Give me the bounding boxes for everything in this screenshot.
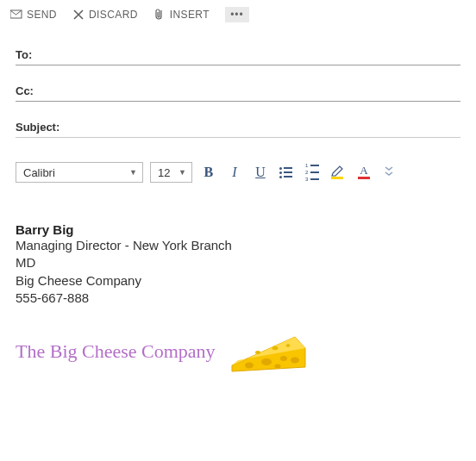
to-row: To:: [16, 38, 460, 65]
cc-row: Cc:: [16, 74, 460, 102]
highlight-icon: [330, 165, 346, 180]
to-input[interactable]: [67, 47, 460, 61]
svg-point-3: [280, 356, 287, 361]
bullet-list-button[interactable]: [277, 163, 296, 182]
subject-row: Subject:: [16, 110, 460, 138]
numbered-list-button[interactable]: 1 2 3: [303, 163, 322, 182]
signature-phone: 555-667-888: [16, 290, 460, 307]
bullet-list-icon: [279, 167, 292, 178]
signature-role: MD: [16, 254, 460, 271]
compose-toolbar: SEND DISCARD INSERT •••: [0, 7, 476, 31]
insert-label: INSERT: [170, 9, 210, 21]
send-button[interactable]: SEND: [10, 9, 57, 21]
signature-company: Big Cheese Company: [16, 272, 460, 290]
discard-button[interactable]: DISCARD: [72, 9, 138, 21]
chevron-down-icon: ▼: [129, 168, 137, 177]
svg-point-2: [261, 358, 272, 365]
signature-logo: The Big Cheese Company: [16, 324, 460, 379]
svg-point-1: [245, 363, 254, 369]
signature-title: Managing Director - New York Branch: [16, 237, 460, 254]
expand-formatting-button[interactable]: [380, 165, 394, 180]
font-size-value: 12: [158, 166, 173, 179]
insert-button[interactable]: INSERT: [153, 9, 210, 21]
cheese-icon: [228, 324, 310, 379]
font-color-icon: A: [356, 165, 372, 180]
to-label: To:: [16, 48, 67, 61]
subject-label: Subject:: [16, 121, 67, 134]
discard-icon: [72, 9, 85, 21]
svg-point-4: [291, 358, 299, 364]
message-body[interactable]: Barry Big Managing Director - New York B…: [0, 183, 476, 379]
ellipsis-icon: •••: [230, 9, 244, 21]
font-color-button[interactable]: A: [354, 163, 373, 182]
discard-label: DISCARD: [89, 9, 138, 21]
send-label: SEND: [27, 9, 57, 21]
signature-name: Barry Big: [16, 222, 460, 237]
numbered-list-icon: 1 2 3: [305, 163, 319, 182]
chevron-down-icon: ▼: [178, 168, 186, 177]
chevron-double-icon: [384, 168, 394, 180]
font-family-value: Calibri: [23, 166, 55, 179]
subject-input[interactable]: [67, 119, 460, 134]
italic-button[interactable]: I: [225, 163, 244, 182]
highlight-button[interactable]: [329, 163, 348, 182]
send-icon: [10, 9, 22, 21]
more-actions-button[interactable]: •••: [225, 7, 249, 22]
svg-point-5: [274, 364, 280, 369]
svg-point-8: [285, 344, 290, 347]
svg-point-7: [272, 346, 278, 350]
bold-button[interactable]: B: [199, 163, 218, 182]
logo-text: The Big Cheese Company: [16, 340, 216, 363]
cc-input[interactable]: [67, 83, 460, 97]
underline-button[interactable]: U: [251, 163, 270, 182]
header-fields: To: Cc: Subject:: [0, 31, 476, 138]
font-size-select[interactable]: 12 ▼: [150, 162, 192, 183]
cc-label: Cc:: [16, 84, 67, 97]
svg-point-6: [255, 351, 260, 354]
attachment-icon: [153, 9, 166, 21]
format-toolbar: Calibri ▼ 12 ▼ B I U 1 2 3 A: [0, 146, 476, 183]
font-family-select[interactable]: Calibri ▼: [16, 162, 143, 183]
